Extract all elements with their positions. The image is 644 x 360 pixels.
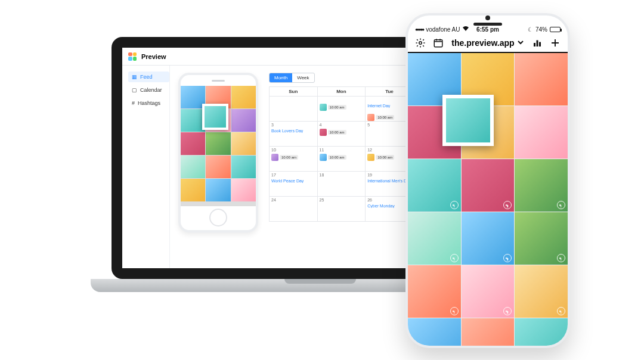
add-icon[interactable] bbox=[550, 38, 561, 48]
feed-icon: ▦ bbox=[132, 74, 137, 80]
feed-cell[interactable] bbox=[408, 212, 461, 265]
feed-cell[interactable] bbox=[515, 265, 568, 318]
view-month[interactable]: Month bbox=[270, 73, 292, 82]
post-time: 10:00 am bbox=[280, 155, 298, 160]
calendar-cell[interactable]: 25 bbox=[318, 197, 366, 222]
calendar-cell[interactable]: 10:00 am bbox=[318, 97, 366, 122]
calendar-cell[interactable]: 1010:00 am bbox=[270, 147, 318, 172]
calendar-event[interactable]: Cyber Monday bbox=[367, 204, 411, 208]
feed-cell[interactable] bbox=[408, 265, 461, 318]
svg-rect-2 bbox=[534, 43, 535, 46]
signal-icon: ●●●●● bbox=[415, 27, 423, 32]
dragged-tile[interactable] bbox=[202, 104, 228, 130]
scheduled-post[interactable]: 10:00 am bbox=[271, 154, 315, 161]
post-time: 10:00 am bbox=[328, 105, 346, 110]
day-number: 11 bbox=[320, 148, 324, 152]
sidebar-item-label: Hashtags bbox=[138, 100, 160, 106]
calendar-cell[interactable]: 410:00 am bbox=[318, 122, 366, 147]
feed-cell[interactable] bbox=[206, 156, 230, 178]
day-number: 24 bbox=[271, 198, 276, 202]
svg-rect-1 bbox=[434, 40, 442, 47]
carrier-label: vodafone AU bbox=[426, 26, 460, 33]
day-header: Sun bbox=[270, 87, 318, 97]
calendar-cell[interactable]: 18 bbox=[318, 172, 366, 197]
day-number: 10 bbox=[271, 148, 276, 152]
feed-cell[interactable] bbox=[462, 318, 515, 348]
scheduled-clock-icon bbox=[503, 307, 512, 315]
app-header: the.preview.app bbox=[408, 33, 568, 53]
calendar-cell[interactable] bbox=[270, 97, 318, 122]
feed-cell[interactable] bbox=[462, 265, 515, 318]
scheduled-post[interactable]: 10:00 am bbox=[367, 154, 411, 161]
scheduled-post[interactable]: 10:00 am bbox=[367, 114, 411, 121]
phone-hardware-top bbox=[408, 15, 568, 26]
status-bar: ●●●●● vodafone AU 6:55 pm ☾ 74% bbox=[408, 26, 568, 33]
feed-cell[interactable] bbox=[206, 179, 230, 201]
svg-rect-3 bbox=[536, 41, 538, 47]
scheduled-clock-icon bbox=[557, 307, 565, 315]
svg-rect-4 bbox=[539, 42, 541, 47]
feed-cell[interactable] bbox=[515, 159, 568, 212]
feed-cell[interactable] bbox=[181, 132, 205, 155]
scheduled-post[interactable]: 10:00 am bbox=[320, 104, 364, 111]
phone-mockup: ●●●●● vodafone AU 6:55 pm ☾ 74% the.prev… bbox=[405, 13, 570, 348]
calendar-cell[interactable]: 1110:00 am bbox=[318, 147, 366, 172]
wifi-icon bbox=[462, 26, 469, 33]
battery-icon bbox=[550, 27, 561, 32]
feed-cell[interactable] bbox=[515, 53, 568, 105]
camera-dot-icon bbox=[485, 15, 490, 20]
day-number: 18 bbox=[320, 173, 324, 177]
feed-cell[interactable] bbox=[515, 318, 568, 348]
sidebar-item-hashtags[interactable]: #Hashtags bbox=[128, 98, 169, 108]
day-number: 5 bbox=[367, 123, 370, 127]
feed-cell[interactable] bbox=[206, 132, 230, 155]
moon-icon: ☾ bbox=[528, 26, 533, 33]
feed-cell[interactable] bbox=[408, 318, 461, 348]
feed-cell[interactable] bbox=[462, 159, 515, 212]
mini-phone-preview bbox=[178, 73, 258, 232]
settings-icon[interactable] bbox=[415, 38, 426, 48]
calendar-cell[interactable]: 24 bbox=[270, 197, 318, 222]
sidebar: ▦Feed▢Calendar#Hashtags bbox=[122, 66, 170, 268]
calendar-cell[interactable]: 17World Peace Day bbox=[270, 172, 318, 197]
calendar-event[interactable]: Book Lovers Day bbox=[271, 129, 315, 133]
calendar-cell[interactable]: 3Book Lovers Day bbox=[270, 122, 318, 147]
day-header: Mon bbox=[318, 87, 366, 97]
feed-cell[interactable] bbox=[515, 106, 568, 159]
post-time: 10:00 am bbox=[328, 155, 346, 160]
feed-cell[interactable] bbox=[231, 179, 256, 201]
day-number: 19 bbox=[367, 173, 372, 177]
scheduled-clock-icon bbox=[503, 201, 512, 209]
dragged-tile[interactable] bbox=[442, 95, 494, 146]
sidebar-item-calendar[interactable]: ▢Calendar bbox=[128, 85, 169, 95]
username-dropdown[interactable]: the.preview.app bbox=[451, 38, 524, 48]
feed-cell[interactable] bbox=[231, 156, 256, 178]
calendar-event[interactable]: World Peace Day bbox=[271, 179, 315, 183]
day-number: 25 bbox=[320, 198, 324, 202]
scheduled-post[interactable]: 10:00 am bbox=[320, 129, 364, 136]
svg-point-0 bbox=[419, 42, 422, 45]
feed-cell[interactable] bbox=[231, 86, 256, 108]
scheduled-clock-icon bbox=[557, 201, 565, 209]
calendar-event[interactable]: Internet Day bbox=[367, 104, 411, 108]
feed-cell[interactable] bbox=[515, 212, 568, 265]
calendar-icon: ▢ bbox=[132, 87, 137, 93]
day-number: 17 bbox=[271, 173, 276, 177]
scheduled-clock-icon bbox=[450, 254, 459, 262]
calendar-icon[interactable] bbox=[433, 38, 444, 48]
analytics-icon[interactable] bbox=[532, 38, 543, 48]
feed-cell[interactable] bbox=[231, 109, 256, 132]
feed-cell[interactable] bbox=[408, 159, 461, 212]
app-title: Preview bbox=[141, 53, 166, 60]
feed-cell[interactable] bbox=[231, 132, 256, 155]
feed-cell[interactable] bbox=[181, 156, 205, 178]
calendar-event[interactable]: International Men's Day bbox=[367, 179, 411, 183]
view-week[interactable]: Week bbox=[292, 73, 314, 82]
scheduled-clock-icon bbox=[450, 307, 459, 315]
view-toggle[interactable]: Month Week bbox=[269, 73, 315, 83]
sidebar-item-feed[interactable]: ▦Feed bbox=[128, 72, 169, 82]
feed-cell[interactable] bbox=[462, 212, 515, 265]
scheduled-post[interactable]: 10:00 am bbox=[320, 154, 364, 161]
feed-cell[interactable] bbox=[181, 179, 205, 201]
scheduled-clock-icon bbox=[557, 254, 565, 262]
